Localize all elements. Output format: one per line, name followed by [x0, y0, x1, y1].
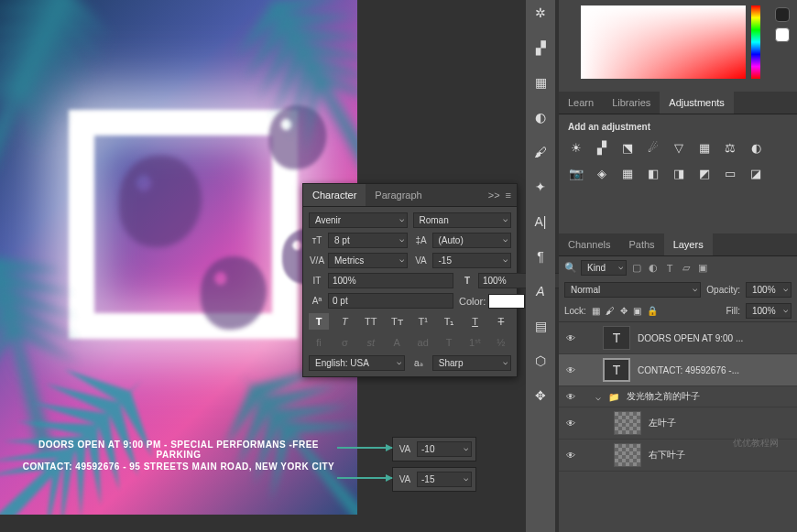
glyphs-icon[interactable]: A — [531, 282, 550, 300]
tab-learn[interactable]: Learn — [559, 92, 603, 114]
font-style-dropdown[interactable]: Roman — [413, 212, 512, 228]
lock-image-icon[interactable]: 🖌 — [606, 306, 615, 316]
superscript-button[interactable]: T¹ — [413, 313, 433, 330]
exposure-icon[interactable]: ☄ — [645, 139, 661, 156]
strikethrough-button[interactable]: T — [491, 313, 511, 330]
layer-row[interactable]: 👁TCONTACT: 49592676 -... — [559, 354, 797, 386]
layer-name[interactable]: DOORS OPEN AT 9:00 ... — [638, 333, 792, 343]
fill-input[interactable]: 100% — [746, 303, 792, 319]
kerning-input[interactable]: Metrics — [328, 253, 408, 268]
compass-icon[interactable]: ✲ — [531, 4, 550, 22]
colorbalance-icon[interactable]: ⚖ — [722, 139, 738, 156]
channelmixer-icon[interactable]: ◈ — [594, 165, 610, 181]
paragraph-tool-icon[interactable]: ¶ — [531, 247, 550, 266]
layer-name[interactable]: 右下叶子 — [649, 449, 792, 461]
ligature-button[interactable]: fi — [309, 334, 329, 351]
filter-kind-dropdown[interactable]: Kind — [581, 260, 627, 276]
threshold-icon[interactable]: ◩ — [696, 165, 713, 181]
filter-adjust-icon[interactable]: ◐ — [647, 262, 660, 275]
search-icon[interactable]: 🔍 — [564, 262, 577, 275]
filter-text-icon[interactable]: T — [663, 262, 676, 275]
tab-channels[interactable]: Channels — [559, 233, 619, 255]
gradient-icon[interactable]: ▭ — [722, 165, 738, 181]
lock-transparent-icon[interactable]: ▦ — [592, 306, 600, 316]
visibility-toggle[interactable]: 👁 — [564, 451, 577, 461]
font-family-dropdown[interactable]: Avenir — [309, 212, 408, 228]
subscript-button[interactable]: T₁ — [439, 313, 459, 330]
invert-icon[interactable]: ◧ — [645, 165, 661, 181]
filter-smart-icon[interactable]: ▣ — [696, 262, 709, 275]
tab-paragraph[interactable]: Paragraph — [366, 184, 431, 206]
layer-name[interactable]: CONTACT: 49592676 -... — [638, 365, 792, 375]
antialias-dropdown[interactable]: Sharp — [432, 355, 511, 371]
tab-libraries[interactable]: Libraries — [603, 92, 660, 114]
swatches-icon[interactable]: ▦ — [531, 73, 550, 92]
bold-button[interactable]: T — [309, 313, 329, 330]
photofilter-icon[interactable]: 📷 — [568, 165, 584, 181]
filter-shape-icon[interactable]: ▱ — [680, 262, 693, 275]
swash-button[interactable]: A — [387, 334, 407, 351]
tab-layers[interactable]: Layers — [664, 233, 713, 255]
character-panel[interactable]: Character Paragraph >> ≡ Avenir Roman тT… — [302, 183, 518, 377]
underline-button[interactable]: T — [465, 313, 486, 330]
character-tool-icon[interactable]: A| — [531, 212, 550, 231]
visibility-toggle[interactable]: 👁 — [564, 365, 577, 375]
text-color-swatch[interactable] — [488, 294, 525, 309]
vscale-input[interactable] — [328, 273, 453, 288]
visibility-toggle[interactable]: 👁 — [564, 418, 577, 429]
vibrance-icon[interactable]: ▽ — [671, 139, 687, 156]
tracking-input[interactable]: -15 — [432, 253, 512, 268]
chevron-down-icon[interactable]: ⌵ — [595, 392, 601, 402]
hue-slider[interactable] — [751, 5, 760, 79]
curves-icon[interactable]: ⬔ — [619, 139, 636, 156]
colorlookup-icon[interactable]: ▦ — [619, 165, 636, 181]
fractions-button[interactable]: ½ — [491, 334, 511, 351]
selective-icon[interactable]: ◪ — [748, 165, 764, 181]
contextual-button[interactable]: σ — [334, 334, 355, 351]
visibility-toggle[interactable]: 👁 — [564, 333, 577, 343]
leading-input[interactable]: (Auto) — [432, 233, 512, 248]
layer-row[interactable]: 👁左叶子 — [559, 407, 797, 440]
opacity-input[interactable]: 100% — [746, 282, 792, 298]
color-field[interactable] — [581, 5, 746, 79]
blend-mode-dropdown[interactable]: Normal — [564, 282, 701, 298]
collapse-icon[interactable]: >> — [488, 190, 500, 201]
layer-name[interactable]: 发光物之前的叶子 — [627, 390, 792, 403]
posterize-icon[interactable]: ◨ — [671, 165, 687, 181]
tab-adjustments[interactable]: Adjustments — [660, 92, 734, 114]
brightness-icon[interactable]: ☀ — [568, 139, 584, 156]
layer-row[interactable]: 👁TDOORS OPEN AT 9:00 ... — [559, 322, 797, 354]
menu-icon[interactable]: ≡ — [506, 190, 511, 201]
lock-position-icon[interactable]: ✥ — [620, 306, 628, 316]
ordinals-button[interactable]: 1ˢᵗ — [465, 334, 486, 351]
allcaps-button[interactable]: TT — [361, 313, 381, 330]
discretionary-button[interactable]: st — [361, 334, 381, 351]
baseline-input[interactable] — [328, 293, 453, 309]
lock-all-icon[interactable]: 🔒 — [647, 306, 658, 316]
filter-image-icon[interactable]: ▢ — [630, 262, 643, 275]
background-swatch[interactable] — [775, 27, 790, 42]
language-dropdown[interactable]: English: USA — [309, 355, 405, 371]
tab-paths[interactable]: Paths — [619, 233, 663, 255]
3d-icon[interactable]: ⬡ — [531, 352, 550, 370]
brush-tool-icon[interactable]: 🖌 — [531, 143, 550, 161]
stylistic-button[interactable]: ad — [413, 334, 433, 351]
hue-icon[interactable]: ▦ — [696, 139, 713, 156]
layer-name[interactable]: 左叶子 — [649, 417, 792, 429]
adjustments-icon[interactable]: ◐ — [531, 108, 550, 126]
clone-tool-icon[interactable]: ✦ — [531, 178, 550, 196]
font-size-input[interactable]: 8 pt — [328, 233, 408, 248]
lock-artboard-icon[interactable]: ▣ — [633, 306, 641, 316]
tracking-callout-value-1[interactable]: -10 — [417, 441, 472, 457]
note-icon[interactable]: ▤ — [531, 317, 550, 335]
foreground-swatch[interactable] — [775, 7, 790, 22]
tracking-callout-value-2[interactable]: -15 — [417, 472, 472, 487]
italic-button[interactable]: T — [334, 313, 355, 330]
move-icon[interactable]: ✥ — [531, 386, 550, 405]
layer-row[interactable]: 👁⌵📁发光物之前的叶子 — [559, 386, 797, 407]
bw-icon[interactable]: ◐ — [748, 139, 764, 156]
tab-character[interactable]: Character — [303, 184, 366, 206]
smallcaps-button[interactable]: Tᴛ — [387, 313, 407, 330]
visibility-toggle[interactable]: 👁 — [564, 392, 577, 402]
levels-icon[interactable]: ▞ — [594, 139, 610, 156]
